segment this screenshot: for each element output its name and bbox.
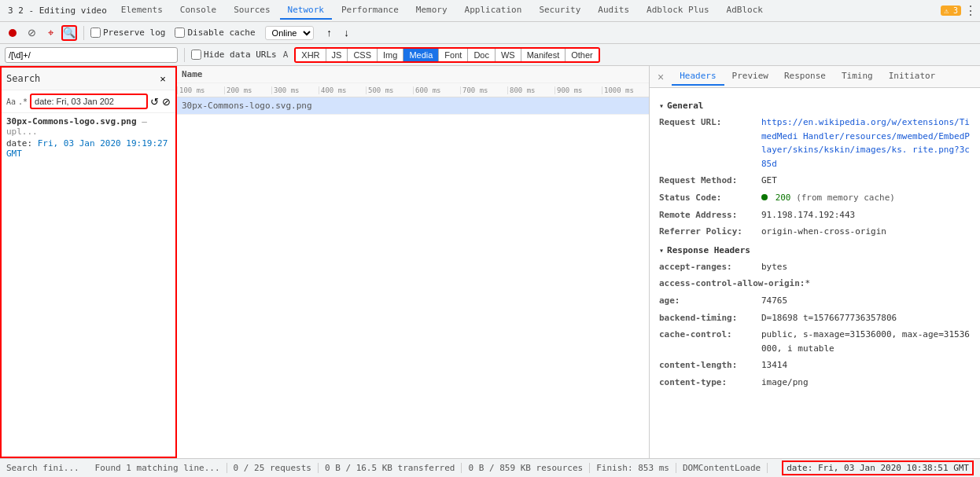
tab-sources[interactable]: Sources [226, 2, 278, 20]
separator-1 [83, 26, 84, 40]
ruler-200ms: 200 ms [224, 86, 271, 94]
tab-console[interactable]: Console [172, 2, 224, 20]
accept-ranges-key: accept-ranges: [659, 260, 761, 274]
remote-address-key: Remote Address: [659, 208, 761, 222]
access-control-row: access-control-allow-origin: * [659, 277, 971, 291]
disable-cache-label[interactable]: Disable cache [175, 28, 255, 38]
search-query-input[interactable] [30, 94, 148, 109]
backend-timing-row: backend-timing: D=18698 t=15766777363578… [659, 311, 971, 325]
age-value: 74765 [761, 294, 787, 308]
tab-preview[interactable]: Preview [724, 68, 776, 86]
accept-ranges-row: accept-ranges: bytes [659, 260, 971, 274]
filter-input[interactable] [5, 47, 178, 63]
tab-audits[interactable]: Audits [590, 2, 637, 20]
remote-address-row: Remote Address: 91.198.174.192:443 [659, 208, 971, 222]
throttle-select[interactable]: Online [265, 26, 314, 40]
ruler-1000ms: 1000 ms [602, 86, 649, 94]
disable-cache-checkbox[interactable] [175, 28, 185, 38]
search-panel: Search × Aa .* ↺ ⊘ 30px-Commons-logo.svg… [0, 66, 177, 458]
right-panel: × Headers Preview Response Timing Initia… [650, 66, 980, 458]
access-control-value: * [805, 277, 810, 291]
top-tabs-bar: 3 2 - Editing video Elements Console Sou… [0, 0, 980, 22]
filter-button[interactable]: ⌖ [42, 25, 58, 41]
search-button[interactable]: 🔍 [61, 25, 77, 41]
search-panel-title: Search [6, 73, 153, 84]
tab-application[interactable]: Application [457, 2, 530, 20]
waterfall-area [334, 97, 649, 185]
tab-adblock-plus[interactable]: Adblock Plus [639, 2, 717, 20]
search-result-filename: 30px-Commons-logo.svg.png — upl... [6, 116, 171, 137]
access-control-key: access-control-allow-origin: [659, 277, 805, 291]
upload-icon[interactable]: ↑ [322, 25, 337, 41]
response-headers-section: Response Headers [659, 245, 971, 255]
ruler-600ms: 600 ms [413, 86, 460, 94]
tab-adblock[interactable]: AdBlock [719, 2, 771, 20]
referrer-policy-key: Referrer Policy: [659, 225, 761, 239]
network-header-row: Name [177, 66, 649, 83]
request-url-value: https://en.wikipedia.org/w/extensions/Ti… [761, 116, 971, 171]
ruler-100ms: 100 ms [177, 86, 224, 94]
filter-js[interactable]: JS [326, 49, 348, 61]
filter-font[interactable]: Font [439, 49, 468, 61]
tab-headers[interactable]: Headers [672, 68, 724, 86]
status-requests: 0 / 25 requests [227, 463, 319, 473]
request-method-row: Request Method: GET [659, 174, 971, 188]
recording-dot-icon [9, 29, 17, 37]
network-list[interactable]: 30px-Commons-logo.svg.png [177, 97, 649, 458]
request-method-value: GET [761, 174, 777, 188]
search-results: 30px-Commons-logo.svg.png — upl... date:… [2, 113, 175, 457]
toolbar-row2: Hide data URLs A XHR JS CSS Img Media Fo… [0, 44, 980, 66]
filter-doc[interactable]: Doc [468, 49, 496, 61]
hide-data-urls-checkbox[interactable] [191, 50, 201, 60]
cache-control-value: public, s-maxage=31536000, max-age=31536… [761, 328, 971, 355]
filter-img[interactable]: Img [378, 49, 403, 61]
ruler-900ms: 900 ms [554, 86, 602, 94]
tab-memory[interactable]: Memory [408, 2, 455, 20]
general-section-header: General [659, 101, 971, 111]
filter-other[interactable]: Other [566, 49, 599, 61]
filter-ws[interactable]: WS [496, 49, 521, 61]
filter-media[interactable]: Media [403, 49, 439, 61]
preserve-log-label[interactable]: Preserve log [90, 28, 165, 38]
tab-timing[interactable]: Timing [834, 68, 881, 86]
tab-elements[interactable]: Elements [113, 2, 171, 20]
right-panel-close-button[interactable]: × [653, 71, 669, 83]
search-refresh-button[interactable]: ↺ [150, 94, 159, 109]
filter-css[interactable]: CSS [348, 49, 378, 61]
filter-manifest[interactable]: Manifest [521, 49, 566, 61]
preserve-log-checkbox[interactable] [90, 28, 101, 38]
ruler-800ms: 800 ms [507, 86, 554, 94]
top-right-icons: ⚠ 3 ⋮ [941, 3, 977, 18]
download-icon[interactable]: ↓ [339, 25, 355, 41]
search-input-row: Aa .* ↺ ⊘ [2, 90, 175, 113]
video-info: 3 2 - Editing video [3, 6, 112, 16]
cache-control-key: cache-control: [659, 328, 761, 355]
warning-badge: ⚠ 3 [941, 6, 961, 16]
tab-security[interactable]: Security [531, 2, 588, 20]
tab-network[interactable]: Network [280, 2, 332, 20]
filter-tabs: XHR JS CSS Img Media Font Doc WS Manifes… [294, 47, 599, 63]
hide-data-urls-label[interactable]: Hide data URLs [191, 50, 277, 60]
tab-performance[interactable]: Performance [333, 2, 407, 20]
tab-response[interactable]: Response [776, 68, 834, 86]
filter-xhr[interactable]: XHR [296, 49, 326, 61]
timeline-ruler: 100 ms 200 ms 300 ms 400 ms 500 ms 600 m… [177, 83, 649, 97]
record-button[interactable] [5, 25, 20, 41]
name-col-header: Name [182, 69, 203, 79]
search-result-date: date: Fri, 03 Jan 2020 19:19:27 GMT [6, 138, 171, 159]
table-row[interactable]: 30px-Commons-logo.svg.png [177, 97, 649, 115]
search-result-item[interactable]: 30px-Commons-logo.svg.png — upl... date:… [6, 116, 171, 159]
ruler-marks: 100 ms 200 ms 300 ms 400 ms 500 ms 600 m… [177, 86, 649, 94]
search-aa-icon: Aa [6, 97, 16, 106]
status-resources: 0 B / 859 KB resources [462, 463, 590, 473]
search-cancel-button[interactable]: ⊘ [162, 94, 171, 109]
content-length-value: 13414 [761, 358, 787, 372]
right-content: General Request URL: https://en.wikipedi… [650, 88, 980, 458]
search-close-button[interactable]: × [155, 71, 171, 86]
tab-initiator[interactable]: Initiator [881, 68, 944, 86]
backend-timing-value: D=18698 t=1576677736357806 [761, 311, 897, 325]
status-finish: Finish: 853 ms [590, 463, 676, 473]
status-date: date: Fri, 03 Jan 2020 10:38:51 GMT [782, 460, 974, 475]
clear-button[interactable]: ⊘ [24, 25, 39, 41]
more-options-icon[interactable]: ⋮ [964, 3, 977, 18]
